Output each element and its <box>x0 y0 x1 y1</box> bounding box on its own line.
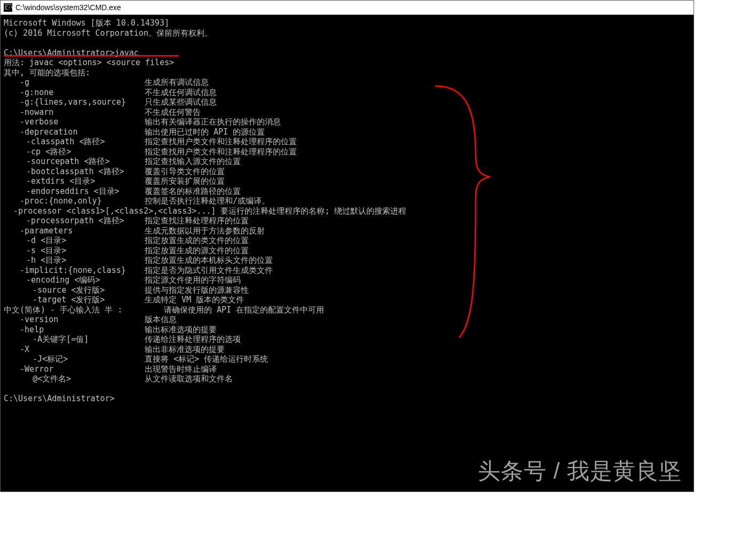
terminal-line: -deprecation输出使用已过时的 API 的源位置 <box>4 127 691 137</box>
svg-text:C:\: C:\ <box>5 5 12 11</box>
terminal-line: -implicit:{none,class}指定是否为隐式引用文件生成类文件 <box>4 265 691 276</box>
window-title: C:\windows\system32\CMD.exe <box>15 3 121 12</box>
terminal-line <box>4 384 691 394</box>
titlebar[interactable]: C:\ C:\windows\system32\CMD.exe <box>1 1 694 15</box>
terminal-line: -help输出标准选项的提要 <box>4 325 691 335</box>
annotation-underline <box>4 55 179 57</box>
terminal-line <box>4 38 691 48</box>
terminal-area[interactable]: Microsoft Windows [版本 10.0.14393](c) 201… <box>1 15 694 491</box>
terminal-line: -g:none不生成任何调试信息 <box>4 88 691 98</box>
terminal-line: -Werror出现警告时终止编译 <box>4 364 691 374</box>
terminal-line: -s <目录>指定放置生成的源文件的位置 <box>4 246 691 256</box>
terminal-line: -J<标记>直接将 <标记> 传递给运行时系统 <box>4 354 691 364</box>
terminal-line: -g生成所有调试信息 <box>4 77 691 88</box>
terminal-line: -target <发行版>生成特定 VM 版本的类文件 <box>4 295 691 305</box>
terminal-line: -cp <路径>指定查找用户类文件和注释处理程序的位置 <box>4 147 691 157</box>
terminal-line: 用法: javac <options> <source files> <box>4 58 691 68</box>
terminal-line: @<文件名>从文件读取选项和文件名 <box>4 374 691 384</box>
terminal-line: -h <目录>指定放置生成的本机标头文件的位置 <box>4 255 691 265</box>
terminal-line: -nowarn不生成任何警告 <box>4 107 691 118</box>
terminal-line: -source <发行版>提供与指定发行版的源兼容性 <box>4 285 691 295</box>
terminal-line: -classpath <路径>指定查找用户类文件和注释处理程序的位置 <box>4 137 691 147</box>
terminal-line: C:\Users\Administrator> <box>4 394 691 404</box>
watermark: 头条号 / 我是黄良坚 <box>478 456 682 486</box>
terminal-line: -d <目录>指定放置生成的类文件的位置 <box>4 236 691 246</box>
terminal-line: -bootclasspath <路径>覆盖引导类文件的位置 <box>4 167 691 177</box>
terminal-line: -proc:{none,only}控制是否执行注释处理和/或编译。 <box>4 196 691 206</box>
terminal-line: Microsoft Windows [版本 10.0.14393] <box>4 18 691 28</box>
terminal-line: -version版本信息 <box>4 315 691 325</box>
cmd-window: C:\ C:\windows\system32\CMD.exe Microsof… <box>0 0 694 492</box>
terminal-line: -endorseddirs <目录>覆盖签名的标准路径的位置 <box>4 186 691 197</box>
terminal-line: -verbose输出有关编译器正在执行的操作的消息 <box>4 117 691 127</box>
terminal-line: -processor <class1>[,<class2>,<class3>..… <box>4 206 691 216</box>
terminal-line: -encoding <编码>指定源文件使用的字符编码 <box>4 275 691 285</box>
terminal-line: -A关键字[=值]传递给注释处理程序的选项 <box>4 334 691 345</box>
terminal-line: -parameters生成元数据以用于方法参数的反射 <box>4 226 691 236</box>
terminal-line: 其中, 可能的选项包括: <box>4 68 691 78</box>
terminal-line: -processorpath <路径>指定查找注释处理程序的位置 <box>4 216 691 226</box>
terminal-line: -g:{lines,vars,source}只生成某些调试信息 <box>4 97 691 107</box>
cmd-icon: C:\ <box>4 3 12 12</box>
terminal-line: -X输出非标准选项的提要 <box>4 345 691 355</box>
terminal-line: -sourcepath <路径>指定查找输入源文件的位置 <box>4 157 691 167</box>
terminal-line: 中文(简体) - 手心输入法 半 :请确保使用的 API 在指定的配置文件中可用 <box>4 305 691 315</box>
terminal-line: -extdirs <目录>覆盖所安装扩展的位置 <box>4 176 691 186</box>
terminal-line: (c) 2016 Microsoft Corporation。保留所有权利。 <box>4 28 691 38</box>
